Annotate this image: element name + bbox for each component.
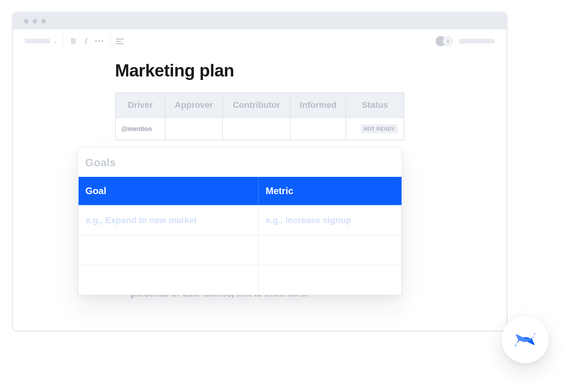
confluence-icon [513,327,537,352]
share-button-placeholder[interactable] [459,39,495,44]
goals-table: Goal Metric e.g., Expand to new market e… [78,177,402,295]
align-left-icon[interactable] [116,38,124,44]
window-minimize-dot[interactable] [33,19,37,24]
add-collaborator-button[interactable]: + [443,36,453,46]
daci-cell-informed[interactable] [290,118,346,140]
metric-cell[interactable]: e.g., Increase signup [258,205,401,235]
daci-header-status: Status [346,93,404,118]
bold-button[interactable]: B [69,37,77,46]
toolbar-left-group: ⌄ B I ••• [25,35,124,47]
editor-toolbar: ⌄ B I ••• + [13,29,506,53]
daci-cell-status[interactable]: NOT READY [346,118,404,140]
page-title[interactable]: Marketing plan [115,61,404,80]
more-formatting-button[interactable]: ••• [95,37,104,45]
goal-cell[interactable]: e.g., Expand to new market [79,205,259,235]
table-row[interactable]: e.g., Expand to new market e.g., Increas… [79,205,402,235]
toolbar-right-group: + [436,36,495,46]
goal-cell[interactable] [79,265,259,295]
goals-section-heading: Goals [78,156,402,177]
metric-cell[interactable] [258,265,401,295]
goal-cell[interactable] [79,235,259,265]
goals-header-goal: Goal [79,177,259,205]
collaborators: + [436,36,453,46]
daci-header-driver: Driver [115,93,165,118]
daci-header-informed: Informed [290,93,346,118]
daci-cell-contributor[interactable] [223,118,290,140]
goals-header-metric: Metric [258,177,401,205]
confluence-logo-badge [502,316,549,363]
goals-overlay-panel: Goals Goal Metric e.g., Expand to new ma… [78,147,402,295]
daci-header-approver: Approver [165,93,223,118]
toolbar-divider [110,35,110,47]
daci-cell-driver[interactable]: @mention [115,118,165,140]
table-row[interactable] [79,265,402,295]
text-style-dropdown[interactable]: ⌄ [25,38,58,44]
daci-cell-approver[interactable] [165,118,223,140]
window-close-dot[interactable] [24,19,29,24]
text-style-placeholder [25,39,50,44]
metric-cell[interactable] [258,235,401,265]
daci-table: Driver Approver Contributor Informed Sta… [115,92,404,140]
status-badge: NOT READY [361,124,398,133]
italic-button[interactable]: I [83,37,89,46]
daci-header-contributor: Contributor [223,93,290,118]
window-maximize-dot[interactable] [41,19,46,24]
chevron-down-icon: ⌄ [53,38,58,44]
table-row[interactable]: @mention NOT READY [115,118,404,140]
toolbar-divider [63,35,64,47]
window-titlebar [13,13,506,29]
table-row[interactable] [79,235,402,265]
